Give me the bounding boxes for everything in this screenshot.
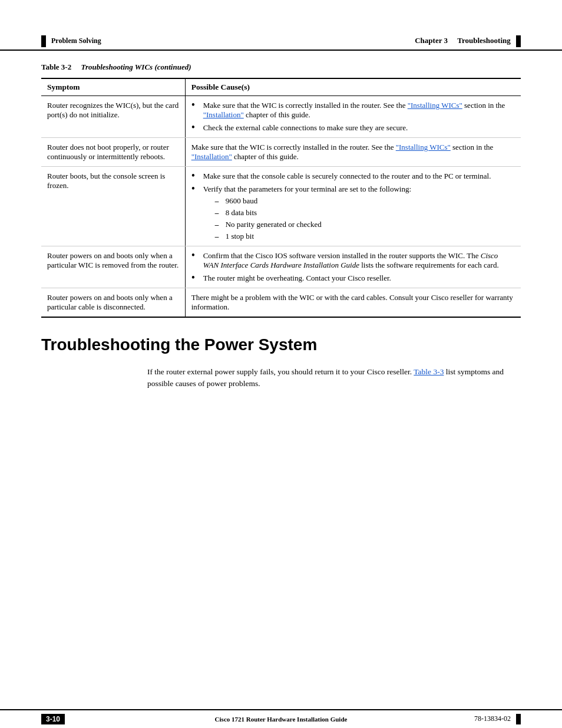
page-footer: 3-10 Cisco 1721 Router Hardware Installa… — [0, 709, 562, 728]
dash-icon: – — [215, 208, 226, 218]
cause-text: Check the external cable connections to … — [203, 123, 408, 133]
symptom-cell: Router recognizes the WIC(s), but the ca… — [41, 96, 185, 138]
dash-icon: – — [215, 220, 226, 229]
cause-cell: • Confirm that the Cisco IOS software ve… — [185, 246, 521, 288]
table-row: Router does not boot properly, or router… — [41, 138, 521, 167]
symptom-cell: Router powers on and boots only when a p… — [41, 246, 185, 288]
table-3-3-link[interactable]: Table 3-3 — [414, 367, 444, 376]
bullet-icon: • — [191, 272, 200, 283]
list-item: • Verify that the parameters for your te… — [191, 185, 515, 241]
installing-wics-link[interactable]: "Installing WICs" — [408, 101, 462, 110]
header-right: Chapter 3 Troubleshooting — [415, 35, 521, 47]
symptom-text: Router does not boot properly, or router… — [47, 143, 169, 161]
sub-list-item: –9600 baud — [215, 196, 411, 206]
sub-list-item: –No parity generated or checked — [215, 220, 411, 229]
table-caption: Table 3-2 Troubleshooting WICs (continue… — [41, 62, 521, 72]
symptom-text: Router powers on and boots only when a p… — [47, 251, 178, 269]
list-item: • Make sure that the WIC is correctly in… — [191, 101, 515, 120]
symptom-text: Router boots, but the console screen is … — [47, 172, 165, 190]
header-section-label: Problem Solving — [51, 37, 101, 45]
doc-number-text: 78-13834-02 — [474, 714, 511, 723]
sub-item-text: 1 stop bit — [226, 232, 254, 241]
table-caption-label: Table 3-2 — [41, 62, 71, 71]
installation-link-2[interactable]: "Installation" — [191, 152, 232, 161]
col-header-cause: Possible Cause(s) — [185, 78, 521, 96]
installation-link[interactable]: "Installation" — [203, 110, 244, 119]
header-chapter: Chapter 3 — [415, 36, 448, 45]
cause-text: The router might be overheating. Contact… — [203, 274, 391, 283]
sub-list: –9600 baud –8 data bits –No parity gener… — [215, 196, 411, 241]
page-header: Problem Solving Chapter 3 Troubleshootin… — [0, 0, 562, 51]
table-row: Router powers on and boots only when a p… — [41, 288, 521, 318]
symptom-cell: Router powers on and boots only when a p… — [41, 288, 185, 318]
cause-cell: There might be a problem with the WIC or… — [185, 288, 521, 318]
dash-icon: – — [215, 232, 226, 241]
symptom-cell: Router boots, but the console screen is … — [41, 167, 185, 246]
list-item: • Confirm that the Cisco IOS software ve… — [191, 251, 515, 270]
footer-doc-number: 78-13834-02 — [474, 714, 521, 724]
bullet-icon: • — [191, 183, 200, 194]
section-heading: Troubleshooting the Power System — [41, 335, 521, 354]
sub-item-text: 8 data bits — [226, 208, 257, 218]
cause-list: • Make sure that the console cable is se… — [191, 172, 515, 241]
cause-text: There might be a problem with the WIC or… — [191, 293, 513, 311]
bullet-icon: • — [191, 100, 200, 110]
page: Problem Solving Chapter 3 Troubleshootin… — [0, 0, 562, 728]
col-header-symptom: Symptom — [41, 78, 185, 96]
header-left: Problem Solving — [41, 35, 101, 47]
cause-text: Make sure that the console cable is secu… — [203, 172, 491, 181]
table-row: Router boots, but the console screen is … — [41, 167, 521, 246]
list-item: • The router might be overheating. Conta… — [191, 274, 515, 283]
cause-cell: Make sure that the WIC is correctly inst… — [185, 138, 521, 167]
header-section: Troubleshooting — [457, 36, 511, 45]
list-item: • Make sure that the console cable is se… — [191, 172, 515, 181]
troubleshooting-table: Symptom Possible Cause(s) Router recogni… — [41, 78, 521, 318]
cause-cell: • Make sure that the WIC is correctly in… — [185, 96, 521, 138]
sub-item-text: No parity generated or checked — [226, 220, 322, 229]
symptom-text: Router powers on and boots only when a p… — [47, 293, 173, 311]
sub-list-item: –8 data bits — [215, 208, 411, 218]
sub-list-item: –1 stop bit — [215, 232, 411, 241]
bullet-icon: • — [191, 122, 200, 133]
installing-wics-link-2[interactable]: "Installing WICs" — [396, 143, 451, 151]
table-row: Router powers on and boots only when a p… — [41, 246, 521, 288]
bullet-icon: • — [191, 250, 200, 261]
symptom-cell: Router does not boot properly, or router… — [41, 138, 185, 167]
main-content: Table 3-2 Troubleshooting WICs (continue… — [0, 51, 562, 411]
cause-text: Verify that the parameters for your term… — [203, 185, 411, 241]
footer-bar-icon — [516, 714, 521, 724]
section-body: If the router external power supply fail… — [41, 366, 521, 390]
sub-item-text: 9600 baud — [226, 196, 258, 206]
header-right-bar — [516, 35, 521, 47]
list-item: • Check the external cable connections t… — [191, 123, 515, 133]
cause-list: • Make sure that the WIC is correctly in… — [191, 101, 515, 133]
table-row: Router recognizes the WIC(s), but the ca… — [41, 96, 521, 138]
cause-text: Make sure that the WIC is correctly inst… — [191, 143, 494, 161]
table-caption-title: Troubleshooting WICs (continued) — [81, 62, 191, 71]
cause-text: Make sure that the WIC is correctly inst… — [203, 101, 515, 120]
cause-list: • Confirm that the Cisco IOS software ve… — [191, 251, 515, 283]
cause-cell: • Make sure that the console cable is se… — [185, 167, 521, 246]
dash-icon: – — [215, 196, 226, 206]
symptom-text: Router recognizes the WIC(s), but the ca… — [47, 101, 178, 119]
book-title: Cisco WAN Interface Cards Hardware Insta… — [203, 251, 498, 269]
header-bar-icon — [41, 35, 46, 47]
page-number: 3-10 — [41, 714, 65, 724]
footer-center-text: Cisco 1721 Router Hardware Installation … — [215, 716, 348, 723]
cause-text: Confirm that the Cisco IOS software vers… — [203, 251, 515, 270]
bullet-icon: • — [191, 170, 200, 181]
